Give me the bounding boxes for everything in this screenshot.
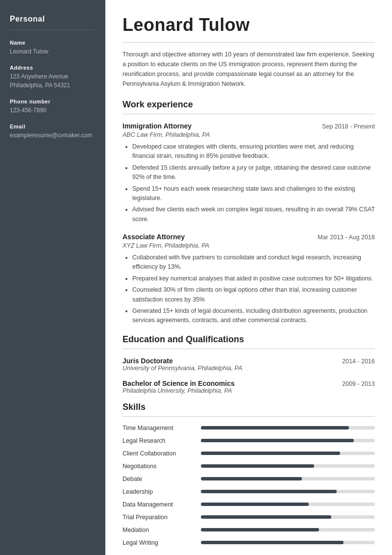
skill-bar-bg <box>201 464 375 468</box>
job-bullets-1: Developed case strategies with clients, … <box>122 142 375 224</box>
main-content: Leonard Tulow Thorough and objective att… <box>105 0 392 555</box>
skill-name: Trial Preparation <box>122 514 201 521</box>
job-company-1: ABC Law Firm, Philadelphia, PA <box>122 131 375 138</box>
edu-school-2: Philadelphia University, Philadelphia, P… <box>122 387 375 394</box>
skill-bar-fill <box>201 452 340 455</box>
skill-name: Legal Research <box>122 437 201 444</box>
skill-bar-bg <box>201 541 375 544</box>
skill-row: Trial Preparation <box>122 514 375 521</box>
skill-row: Mediation <box>122 527 375 533</box>
skill-bar-fill <box>201 439 354 442</box>
skill-bar-bg <box>201 452 375 455</box>
skill-row: Time Management <box>122 425 375 431</box>
bullet-2-1: Collaborated with five partners to conso… <box>132 253 375 272</box>
skill-bar-bg <box>201 503 375 506</box>
address-line1: 123 Anywhere Avenue <box>10 72 96 81</box>
skill-bar-bg <box>201 439 375 442</box>
job-bullets-2: Collaborated with five partners to conso… <box>122 253 375 326</box>
job-company-2: XYZ Law Firm, Philadelphia, PA <box>122 242 375 249</box>
skill-name: Debate <box>122 476 201 482</box>
sidebar-email-section: Email exampleresume@cvmaker.com <box>10 124 96 140</box>
skill-row: Client Collaboration <box>122 450 375 457</box>
bullet-2-3: Counseled 30% of firm clients on legal o… <box>132 285 375 304</box>
skill-bar-bg <box>201 490 375 493</box>
phone-label: Phone number <box>10 99 96 104</box>
name-label: Name <box>10 40 96 46</box>
edu-divider <box>122 349 375 349</box>
address-line2: Philadelphia, PA 54321 <box>10 81 96 90</box>
skill-name: Mediation <box>122 527 201 533</box>
sidebar-title: Personal <box>10 15 96 24</box>
name-divider <box>122 42 375 43</box>
sidebar: Personal Name Leonard Tulow Address 123 … <box>0 0 105 555</box>
job-date-2: Mar 2013 - Aug 2018 <box>318 234 375 241</box>
skill-bar-fill <box>201 541 343 544</box>
skill-bar-fill <box>201 515 331 519</box>
sidebar-name-section: Name Leonard Tulow <box>10 40 96 56</box>
skill-row: Debate <box>122 476 375 482</box>
job-entry-2: Associate Attorney Mar 2013 - Aug 2018 X… <box>122 233 375 326</box>
resume-name: Leonard Tulow <box>122 15 375 35</box>
skills-container: Time ManagementLegal ResearchClient Coll… <box>122 425 375 546</box>
skills-title: Skills <box>122 402 375 412</box>
skill-name: Legal Writing <box>122 539 201 546</box>
skill-name: Client Collaboration <box>122 450 201 457</box>
job-header-1: Immigration Attorney Sep 2018 - Present <box>122 122 375 130</box>
name-value: Leonard Tulow <box>10 47 96 56</box>
skill-bar-fill <box>201 464 314 468</box>
edu-date-1: 2014 - 2016 <box>342 358 375 365</box>
skill-row: Leadership <box>122 488 375 495</box>
edu-degree-1: Juris Doctorate <box>122 357 173 365</box>
skill-row: Legal Research <box>122 437 375 444</box>
sidebar-phone-section: Phone number 123-456-7890 <box>10 99 96 115</box>
edu-date-2: 2009 - 2013 <box>342 380 375 387</box>
bullet-1-2: Defended 15 clients annually before a ju… <box>132 163 375 182</box>
bullet-1-4: Advised five clients each week on comple… <box>132 205 375 224</box>
skill-bar-bg <box>201 515 375 519</box>
email-value: exampleresume@cvmaker.com <box>10 131 96 140</box>
address-label: Address <box>10 65 96 71</box>
edu-header-2: Bachelor of Science in Economics 2009 - … <box>122 379 375 387</box>
edu-school-1: University of Pennsylvania, Philadelphia… <box>122 365 375 372</box>
edu-entry-1: Juris Doctorate 2014 - 2016 University o… <box>122 357 375 372</box>
bullet-1-1: Developed case strategies with clients, … <box>132 142 375 161</box>
bullet-2-2: Prepared key numerical analyses that aid… <box>132 274 375 283</box>
job-title-1: Immigration Attorney <box>122 122 192 130</box>
work-divider <box>122 114 375 114</box>
bullet-1-3: Spend 15+ hours each week researching st… <box>132 184 375 203</box>
skill-bar-fill <box>201 528 319 531</box>
skill-row: Negotiations <box>122 463 375 470</box>
job-entry-1: Immigration Attorney Sep 2018 - Present … <box>122 122 375 224</box>
edu-header-1: Juris Doctorate 2014 - 2016 <box>122 357 375 365</box>
work-experience-title: Work experience <box>122 100 375 110</box>
job-header-2: Associate Attorney Mar 2013 - Aug 2018 <box>122 233 375 241</box>
skill-name: Data Management <box>122 501 201 508</box>
skill-bar-bg <box>201 426 375 429</box>
phone-value: 123-456-7890 <box>10 106 96 115</box>
edu-entry-2: Bachelor of Science in Economics 2009 - … <box>122 379 375 394</box>
sidebar-address-section: Address 123 Anywhere Avenue Philadelphia… <box>10 65 96 90</box>
skill-bar-fill <box>201 426 349 429</box>
skills-divider <box>122 416 375 417</box>
edu-degree-2: Bachelor of Science in Economics <box>122 379 235 387</box>
skill-name: Negotiations <box>122 463 201 470</box>
skill-bar-fill <box>201 477 302 480</box>
skill-bar-bg <box>201 477 375 480</box>
skill-row: Data Management <box>122 501 375 508</box>
skill-name: Leadership <box>122 488 201 495</box>
skill-bar-fill <box>201 490 337 493</box>
skill-bar-fill <box>201 503 309 506</box>
job-date-1: Sep 2018 - Present <box>322 123 375 130</box>
skill-name: Time Management <box>122 425 201 431</box>
skill-row: Legal Writing <box>122 539 375 546</box>
sidebar-divider <box>10 29 96 30</box>
job-title-2: Associate Attorney <box>122 233 185 241</box>
skill-bar-bg <box>201 528 375 531</box>
bullet-2-4: Generated 15+ kinds of legal documents, … <box>132 306 375 326</box>
email-label: Email <box>10 124 96 129</box>
education-title: Education and Qualifications <box>122 334 375 345</box>
summary-text: Thorough and objective attorney with 10 … <box>122 50 375 89</box>
